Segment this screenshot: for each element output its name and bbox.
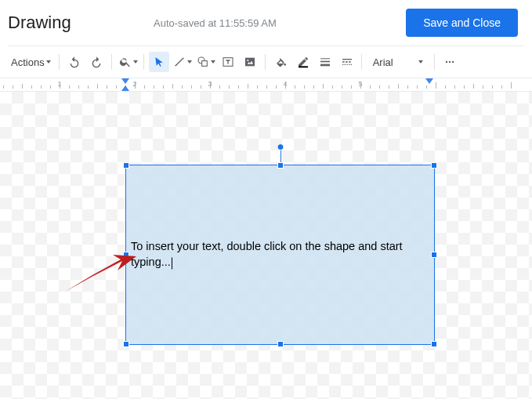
svg-rect-9 <box>320 64 330 67</box>
redo-icon <box>90 56 103 68</box>
fill-color-icon <box>275 56 288 68</box>
actions-label: Actions <box>11 56 45 68</box>
line-tool-button[interactable] <box>171 52 193 72</box>
drawing-canvas[interactable]: To insert your text, double click on the… <box>0 92 532 399</box>
shape-tool-button[interactable] <box>194 52 216 72</box>
textbox-icon <box>222 56 234 68</box>
image-icon <box>244 56 256 68</box>
image-tool-button[interactable] <box>240 52 260 72</box>
divider <box>59 54 60 70</box>
svg-point-11 <box>445 61 447 63</box>
shape-icon <box>197 56 209 68</box>
border-weight-button[interactable] <box>314 52 335 72</box>
svg-rect-8 <box>320 61 330 63</box>
divider <box>265 54 266 70</box>
line-icon <box>173 56 186 68</box>
rotation-handle[interactable] <box>277 143 284 151</box>
right-indent-marker[interactable] <box>425 78 433 84</box>
zoom-button[interactable] <box>117 52 139 72</box>
redo-button[interactable] <box>86 52 107 72</box>
save-and-close-button[interactable]: Save and Close <box>406 9 518 37</box>
undo-icon <box>68 56 81 68</box>
border-color-icon <box>297 56 309 68</box>
textbox-tool-button[interactable] <box>218 52 238 72</box>
svg-point-4 <box>247 60 248 61</box>
undo-button[interactable] <box>64 52 85 72</box>
left-indent-marker[interactable] <box>121 78 129 84</box>
toolbar: Actions Arial <box>0 46 532 78</box>
chevron-down-icon <box>211 60 215 63</box>
chevron-down-icon <box>46 60 51 63</box>
more-icon <box>443 56 456 68</box>
svg-rect-6 <box>299 66 308 67</box>
border-color-button[interactable] <box>292 52 313 72</box>
fill-color-button[interactable] <box>270 52 291 72</box>
chevron-down-icon <box>418 60 423 63</box>
svg-rect-1 <box>201 61 207 67</box>
svg-point-12 <box>448 61 450 63</box>
border-dash-button[interactable] <box>336 52 356 72</box>
svg-rect-3 <box>245 58 255 67</box>
font-family-label: Arial <box>373 56 393 68</box>
border-dash-icon <box>341 56 353 68</box>
svg-point-13 <box>451 61 453 63</box>
text-caret <box>172 257 172 269</box>
actions-menu[interactable]: Actions <box>8 52 54 72</box>
chevron-down-icon <box>187 60 192 63</box>
chevron-down-icon <box>133 60 138 63</box>
svg-rect-7 <box>320 58 330 59</box>
divider <box>361 54 362 70</box>
zoom-icon <box>119 56 132 68</box>
shape-text[interactable]: To insert your text, double click on the… <box>131 239 429 270</box>
divider <box>434 54 435 70</box>
svg-point-5 <box>284 63 286 66</box>
select-tool-button[interactable] <box>149 52 169 72</box>
dialog-header: Drawing Auto-saved at 11:55:59 AM Save a… <box>0 0 532 45</box>
divider <box>143 54 144 70</box>
divider <box>111 54 112 70</box>
ruler[interactable]: 12345 <box>0 78 532 92</box>
select-icon <box>153 56 165 68</box>
first-line-indent-marker[interactable] <box>121 85 129 91</box>
more-button[interactable] <box>440 52 460 72</box>
font-family-select[interactable]: Arial <box>367 52 429 72</box>
rotation-line <box>280 148 281 165</box>
border-weight-icon <box>319 56 331 68</box>
autosave-status: Auto-saved at 11:55:59 AM <box>24 17 406 29</box>
shape-rectangle[interactable]: To insert your text, double click on the… <box>125 165 435 345</box>
svg-rect-10 <box>342 59 352 60</box>
